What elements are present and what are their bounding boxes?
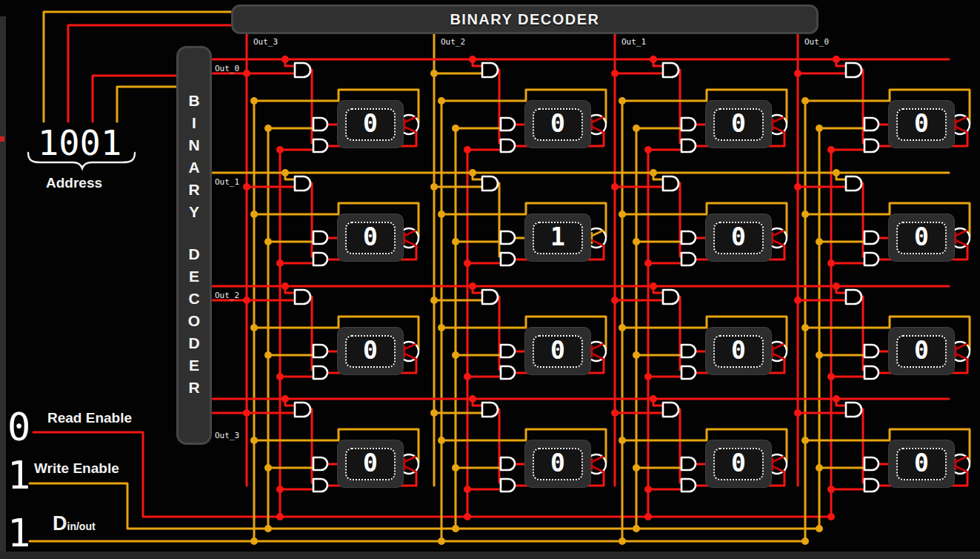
cell-enable-wire (498, 297, 499, 370)
junction-dot (452, 464, 459, 472)
junction-dot (633, 125, 640, 132)
cell-select-and-gate (846, 176, 861, 191)
column-decoder-title: BINARY DECODER (450, 11, 599, 28)
junction-dot (816, 238, 823, 245)
junction-dot (827, 486, 835, 493)
cell-enable-wire (498, 409, 499, 483)
memory-cell-display: 0 (337, 100, 404, 148)
cell-read-and-gate (313, 139, 327, 152)
junction-dot (794, 183, 801, 191)
cell-read-and-gate (501, 253, 515, 265)
junction-dot (827, 513, 835, 520)
junction-dot (833, 282, 840, 290)
cell-enable-wire (679, 70, 680, 143)
cell-read-and-gate (864, 253, 879, 265)
junction-dot (801, 324, 809, 331)
junction-dot (264, 525, 272, 532)
cell-enable-wire (310, 409, 312, 483)
cell-write-and-gate (313, 118, 327, 130)
read-enable-value: 0 (7, 408, 30, 446)
memory-cell-display: 0 (524, 440, 591, 488)
window-edge-strip (0, 16, 6, 552)
memory-cell-value: 1 (550, 225, 565, 251)
memory-cell-value: 0 (731, 111, 746, 137)
junction-dot (430, 297, 438, 304)
junction-dot (816, 351, 823, 359)
window-edge-marker (0, 136, 4, 142)
memory-cell-value: 0 (914, 111, 929, 137)
junction-dot (264, 125, 272, 132)
junction-dot (276, 146, 284, 153)
junction-dot (644, 259, 652, 267)
junction-dot (438, 538, 445, 545)
junction-dot (801, 211, 809, 218)
junction-dot (281, 169, 289, 176)
cell-write-and-gate (681, 457, 696, 470)
junction-dot (816, 125, 823, 132)
junction-dot (619, 324, 626, 331)
cell-enable-wire (861, 409, 863, 483)
junction-dot (816, 464, 823, 472)
row-decoder-letter: A (188, 156, 199, 179)
cell-select-and-gate (482, 290, 498, 304)
junction-dot (633, 464, 640, 472)
junction-dot (469, 56, 476, 63)
address-bit1-wire (93, 76, 179, 122)
cell-select-and-gate (295, 290, 310, 304)
row-decoder-letter: I (192, 112, 196, 134)
junction-dot (430, 183, 438, 191)
row-output-label: Out_1 (215, 177, 239, 187)
memory-cell-value: 0 (363, 338, 378, 364)
cell-select-and-gate (663, 63, 679, 77)
cell-read-and-gate (501, 139, 515, 152)
memory-cell-display-frame: 0 (345, 335, 396, 368)
junction-dot (452, 351, 459, 359)
junction-dot (833, 56, 840, 63)
cell-read-and-gate (681, 139, 696, 152)
memory-cell-display: 0 (888, 327, 955, 375)
junction-dot (619, 538, 626, 545)
junction-dot (611, 297, 619, 304)
row-decoder-letter: D (188, 243, 199, 265)
junction-dot (650, 282, 657, 290)
memory-cell-display-frame: 0 (345, 222, 396, 254)
memory-cell-value: 0 (363, 451, 378, 477)
junction-dot (243, 297, 250, 304)
cell-enable-wire (498, 183, 499, 257)
cell-select-and-gate (846, 403, 861, 417)
cell-enable-wire (498, 70, 499, 143)
cell-write-and-gate (864, 118, 879, 130)
junction-dot (794, 70, 801, 77)
cell-enable-wire (679, 409, 680, 483)
cell-write-and-gate (313, 345, 327, 357)
memory-cell-value: 0 (914, 451, 929, 477)
address-label: Address (46, 175, 102, 191)
cell-enable-wire (861, 183, 863, 257)
junction-dot (644, 513, 652, 520)
memory-cell-display: 0 (705, 214, 772, 262)
cell-write-and-gate (864, 231, 879, 244)
junction-dot (250, 211, 258, 218)
address-value: 1001 (38, 125, 121, 160)
cell-select-and-gate (846, 290, 861, 304)
cell-enable-wire (679, 183, 680, 257)
memory-cell-display-frame: 0 (713, 222, 764, 254)
memory-cell-display: 1 (524, 214, 591, 262)
memory-cell-display-frame: 0 (345, 448, 396, 480)
junction-dot (801, 437, 809, 444)
memory-cell-display-frame: 1 (533, 222, 583, 254)
cell-enable-wire (861, 297, 863, 370)
cell-write-and-gate (313, 457, 327, 470)
junction-dot (464, 513, 471, 520)
cell-write-and-gate (864, 345, 879, 357)
memory-cell-display-frame: 0 (896, 335, 947, 368)
cell-select-and-gate (482, 403, 498, 417)
junction-dot (650, 56, 657, 63)
memory-cell-display: 0 (524, 100, 591, 148)
junction-dot (281, 56, 289, 63)
memory-cell-display: 0 (337, 327, 404, 375)
data-inout-label: Din/out (53, 512, 96, 535)
memory-cell-display: 0 (337, 440, 404, 488)
cell-read-and-gate (681, 366, 696, 379)
cell-enable-wire (310, 297, 312, 370)
